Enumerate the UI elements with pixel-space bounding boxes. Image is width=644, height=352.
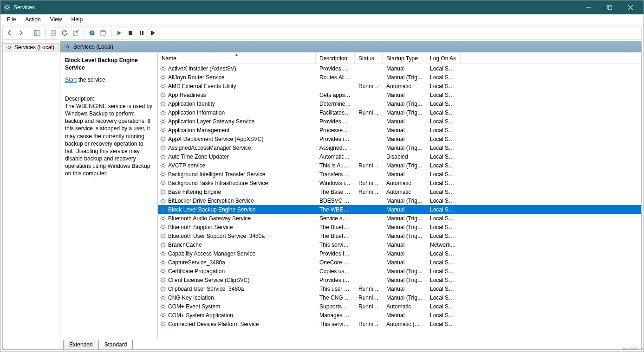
service-description: BDESVC hos... [316, 198, 355, 204]
service-row[interactable]: AVCTP serviceThis is Audi...RunningManua… [158, 161, 641, 170]
export-button[interactable] [71, 28, 81, 38]
svg-line-304 [161, 322, 162, 322]
tab-extended[interactable]: Extended [63, 340, 99, 349]
service-description: Processes in... [316, 127, 355, 134]
svg-line-72 [161, 96, 162, 97]
service-row[interactable]: Client License Service (ClipSVC)Provides… [158, 275, 641, 284]
menu-view[interactable]: View [46, 15, 67, 24]
svg-line-88 [161, 110, 162, 111]
service-row[interactable]: COM+ Event SystemSupports Sy...RunningAu… [158, 302, 641, 311]
svg-point-119 [162, 147, 164, 149]
tab-standard[interactable]: Standard [98, 340, 133, 349]
service-row[interactable]: AMD External Events UtilityRunningAutoma… [158, 82, 641, 90]
service-row[interactable]: ActiveX Installer (AxInstSV)Provides Us.… [158, 64, 641, 73]
gear-icon [160, 242, 166, 248]
service-row[interactable]: BitLocker Drive Encryption ServiceBDESVC… [158, 196, 641, 205]
forward-button[interactable] [16, 28, 26, 38]
service-row[interactable]: Application IdentityDetermines ...Manual… [158, 99, 641, 108]
service-row[interactable]: Auto Time Zone UpdaterAutomatica...Disab… [158, 152, 641, 161]
service-row[interactable]: AllJoyn Router ServiceRoutes AllJoy...Ma… [158, 73, 641, 82]
column-status[interactable]: Status [355, 53, 383, 64]
svg-line-142 [161, 163, 162, 164]
svg-line-98 [164, 123, 165, 123]
help-button[interactable]: ? [87, 28, 97, 38]
service-row[interactable]: App ReadinessGets apps re...ManualLocal … [158, 90, 641, 99]
service-row[interactable]: Background Intelligent Transfer ServiceT… [158, 170, 641, 179]
svg-rect-16 [51, 31, 56, 35]
service-row[interactable]: Bluetooth Support ServiceThe Bluetoo...M… [158, 223, 641, 231]
tree-pane[interactable]: Services (Local) [3, 41, 60, 349]
service-row[interactable]: Bluetooth Audio Gateway ServiceService s… [158, 214, 641, 223]
service-row[interactable]: AppX Deployment Service (AppXSVC)Provide… [158, 134, 641, 143]
service-name: Bluetooth Audio Gateway Service [168, 215, 251, 222]
service-row[interactable]: Certificate PropagationCopies user ...Ma… [158, 267, 641, 275]
svg-line-91 [164, 110, 165, 111]
service-row[interactable]: Application Layer Gateway ServiceProvide… [158, 117, 641, 126]
restart-service-button[interactable] [148, 28, 158, 38]
column-headers: Name ▲ Description Status Startup Type L… [158, 53, 641, 64]
service-description: Provides inf... [316, 277, 355, 283]
service-name: COM+ System Application [168, 312, 233, 319]
service-row[interactable]: CaptureService_3480aOneCore Ca...ManualL… [158, 258, 641, 267]
svg-line-124 [161, 146, 162, 146]
svg-line-115 [161, 137, 162, 137]
menu-file[interactable]: File [2, 15, 20, 24]
service-startup-type: Manual [383, 171, 426, 178]
back-button[interactable] [5, 28, 15, 38]
close-button[interactable] [620, 0, 641, 14]
svg-line-199 [164, 216, 165, 217]
svg-line-127 [164, 146, 165, 146]
service-row[interactable]: Capability Access Manager ServiceProvide… [158, 249, 641, 258]
svg-line-90 [161, 114, 162, 115]
properties-button[interactable] [48, 28, 59, 38]
service-row[interactable]: Connected Devices Platform ServiceThis s… [158, 320, 641, 328]
service-row[interactable]: Block Level Backup Engine ServiceThe WBE… [158, 205, 641, 214]
menu-action[interactable]: Action [20, 15, 45, 24]
service-log-on-as: Network S... [426, 242, 461, 248]
service-startup-type: Manual [383, 286, 426, 292]
column-startup-type[interactable]: Startup Type [383, 53, 426, 64]
service-row[interactable]: BranchCacheThis service ...ManualNetwork… [158, 240, 641, 249]
service-row[interactable]: Application InformationFacilitates t...R… [158, 108, 641, 117]
stop-service-button[interactable] [125, 28, 136, 38]
service-name: CNG Key Isolation [168, 294, 214, 301]
refresh-button[interactable] [59, 28, 70, 38]
service-row[interactable]: Clipboard User Service_3480aThis user se… [158, 284, 641, 293]
maximize-button[interactable] [599, 0, 620, 14]
service-description: Facilitates t... [316, 109, 355, 116]
gear-icon [160, 215, 166, 222]
svg-line-145 [164, 163, 165, 164]
column-log-on-as[interactable]: Log On As [426, 53, 461, 64]
service-row[interactable]: Bluetooth User Support Service_3480aThe … [158, 231, 641, 240]
service-log-on-as: Local Syste... [426, 65, 461, 72]
service-name: Connected Devices Platform Service [168, 321, 259, 327]
pause-service-button[interactable] [137, 28, 147, 38]
minimize-button[interactable] [578, 0, 599, 14]
tree-node-services-local[interactable]: Services (Local) [4, 43, 59, 51]
service-rows[interactable]: ActiveX Installer (AxInstSV)Provides Us.… [158, 64, 641, 339]
right-pane: Services (Local) Block Level Backup Engi… [60, 41, 641, 349]
svg-line-279 [161, 299, 162, 300]
service-startup-type: Manual [383, 136, 426, 142]
service-row[interactable]: Background Tasks Infrastructure ServiceW… [158, 179, 641, 187]
menu-help[interactable]: Help [67, 15, 88, 24]
svg-point-74 [162, 102, 164, 105]
service-row[interactable]: AssignedAccessManager ServiceAssignedAc.… [158, 143, 641, 152]
help-topics-button[interactable] [98, 28, 108, 38]
service-row[interactable]: CNG Key IsolationThe CNG ke...RunningMan… [158, 293, 641, 302]
service-row[interactable]: Base Filtering EngineThe Base Fil...Runn… [158, 187, 641, 196]
service-startup-type: Manual (Trig... [383, 294, 426, 301]
column-name[interactable]: Name ▲ [158, 53, 316, 64]
service-row[interactable]: COM+ System ApplicationManages th...Manu… [158, 311, 641, 320]
svg-line-244 [164, 260, 165, 261]
svg-line-81 [161, 105, 162, 106]
service-startup-type: Automatic (D... [383, 321, 426, 327]
show-hide-tree-button[interactable] [32, 28, 42, 38]
service-row[interactable]: Application ManagementProcesses in...Man… [158, 126, 641, 134]
svg-line-297 [161, 317, 162, 317]
gear-icon [160, 233, 166, 239]
start-service-link[interactable]: Start [65, 77, 77, 83]
service-name: Clipboard User Service_3480a [168, 286, 244, 292]
start-service-button[interactable] [114, 28, 124, 38]
column-description[interactable]: Description [316, 53, 355, 64]
